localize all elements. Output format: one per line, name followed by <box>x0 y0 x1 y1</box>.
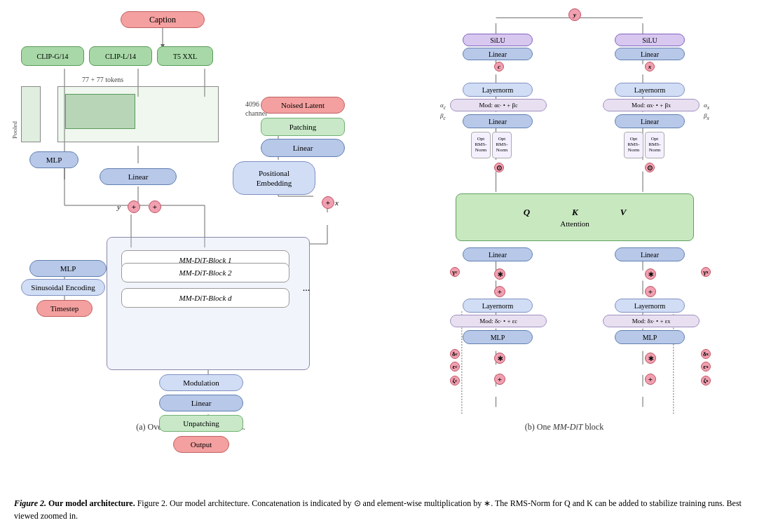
silu-left-box: SiLU <box>463 34 533 46</box>
positional-embedding-box: Positional Embedding <box>233 161 315 195</box>
gamma-x-node: γx <box>701 267 711 277</box>
y-label: y <box>117 203 121 211</box>
plus-left-skip-node: + <box>494 286 505 297</box>
main-container: Caption CLIP-G/14 CLIP-L/14 T5 XXL 77 + … <box>0 0 757 532</box>
concat-right-node: ⊙ <box>645 163 655 172</box>
mod-left2-box: Mod: δc · • + εc <box>450 315 547 327</box>
sinusoidal-box: Sinusoidal Encoding <box>21 279 105 296</box>
right-diagram-inner: y SiLU SiLU Linear Linear <box>380 6 749 419</box>
opt-rms-norm-left: OptRMS-Norm OptRMS-Norm <box>471 132 512 158</box>
star-right-node: ∗ <box>645 268 656 280</box>
concat-left-node: ⊙ <box>494 163 504 172</box>
mlp2-box: MLP <box>29 260 107 277</box>
diagrams-row: Caption CLIP-G/14 CLIP-L/14 T5 XXL 77 + … <box>8 6 749 493</box>
output-box: Output <box>173 436 229 453</box>
mod-right2-box: Mod: δx · • + εx <box>603 315 700 327</box>
plus-x-node: + <box>322 196 334 209</box>
gamma-c-node: γc <box>450 267 460 277</box>
figure-caption: Figure 2. Our model architecture. Figure… <box>8 493 749 526</box>
plus-y-node: + <box>128 200 140 213</box>
mlp-left-box: MLP <box>463 330 533 344</box>
unpatching-box: Unpatching <box>159 415 243 432</box>
linear-left-mid-box: Linear <box>463 114 533 128</box>
mod-right-box: Mod: αx · • + βx <box>603 99 700 111</box>
beta-x-label: βx <box>704 112 709 121</box>
linear-left-top-box: Linear <box>463 48 533 60</box>
t5xxl-box: T5 XXL <box>157 46 213 66</box>
pooled-rect <box>21 86 41 142</box>
zeta-x-node: ζx <box>701 376 711 386</box>
tokens-label: 77 + 77 tokens <box>82 76 123 83</box>
x-node: x <box>645 62 655 71</box>
c-node: c <box>494 62 504 71</box>
linear-left-box: Linear <box>100 168 177 185</box>
mmdit-container: MM-DiT-Block 1 MM-DiT-Block 2 ... MM-DiT… <box>107 237 310 370</box>
linear-right-top-box: Linear <box>615 48 685 60</box>
mlp-right-box: MLP <box>615 330 685 344</box>
model-arch-label: Our model architecture. <box>48 498 135 508</box>
mlp1-box: MLP <box>29 151 79 168</box>
clip-l-box: CLIP-L/14 <box>89 46 152 66</box>
left-diagram: Caption CLIP-G/14 CLIP-L/14 T5 XXL 77 + … <box>8 6 373 493</box>
layernorm-left2-box: Layernorm <box>463 299 533 313</box>
silu-right-box: SiLU <box>615 34 685 46</box>
linear-left-bot-box: Linear <box>463 247 533 261</box>
plus-right-skip-node: + <box>645 286 656 297</box>
linear-right-bot-box: Linear <box>615 247 685 261</box>
delta-x-node: δx <box>701 349 711 359</box>
attention-label: Attention <box>560 219 589 228</box>
token-area: 4096 channel <box>57 86 219 142</box>
plus-c-node: + <box>149 200 161 213</box>
star2-left-node: ∗ <box>494 353 505 364</box>
timestep-box: Timestep <box>36 300 93 317</box>
mmdit2-box: MM-DiT-Block 2 <box>121 263 289 282</box>
right-caption: (b) One MM-DiT block <box>380 419 749 435</box>
epsilon-c-node: εc <box>450 362 460 371</box>
delta-c-node: δc <box>450 349 460 359</box>
mod-left-box: Mod: αc · • + βc <box>450 99 547 111</box>
noised-latent-box: Noised Latent <box>261 97 345 114</box>
qkv-attention-box: Q K V Attention <box>456 193 694 241</box>
layernorm-right-box: Layernorm <box>615 83 685 97</box>
star-left-node: ∗ <box>494 268 505 280</box>
caption-box: Caption <box>121 11 205 28</box>
alpha-x-label: αx <box>704 102 709 111</box>
star2-right-node: ∗ <box>645 353 656 364</box>
opt-rms-norm-right: OptRMS-Norm OptRMS-Norm <box>624 132 664 158</box>
modulation-box: Modulation <box>159 374 243 391</box>
pooled-label: Pooled <box>11 90 18 139</box>
plus-left2-node: + <box>494 374 505 385</box>
layernorm-right2-box: Layernorm <box>615 299 685 313</box>
alpha-c-label: αc <box>440 102 446 111</box>
zeta-c-node: ζc <box>450 376 460 386</box>
y-top-node: y <box>568 8 581 21</box>
patching-box: Patching <box>261 118 345 136</box>
beta-c-label: βc <box>440 112 446 121</box>
linear-bottom-box: Linear <box>159 395 243 411</box>
linear-right-top-box: Linear <box>261 139 345 157</box>
left-diagram-inner: Caption CLIP-G/14 CLIP-L/14 T5 XXL 77 + … <box>8 6 373 419</box>
figure-label: Figure 2. <box>14 498 48 508</box>
layernorm-left-box: Layernorm <box>463 83 533 97</box>
linear-right-mid-box: Linear <box>615 114 685 128</box>
plus-right2-node: + <box>645 374 656 385</box>
mmditd-box: MM-DiT-Block d <box>121 288 289 308</box>
right-diagram: y SiLU SiLU Linear Linear <box>380 6 749 493</box>
clip-g-box: CLIP-G/14 <box>21 46 84 66</box>
epsilon-x-node: εx <box>701 362 711 371</box>
x-label: x <box>335 198 339 207</box>
